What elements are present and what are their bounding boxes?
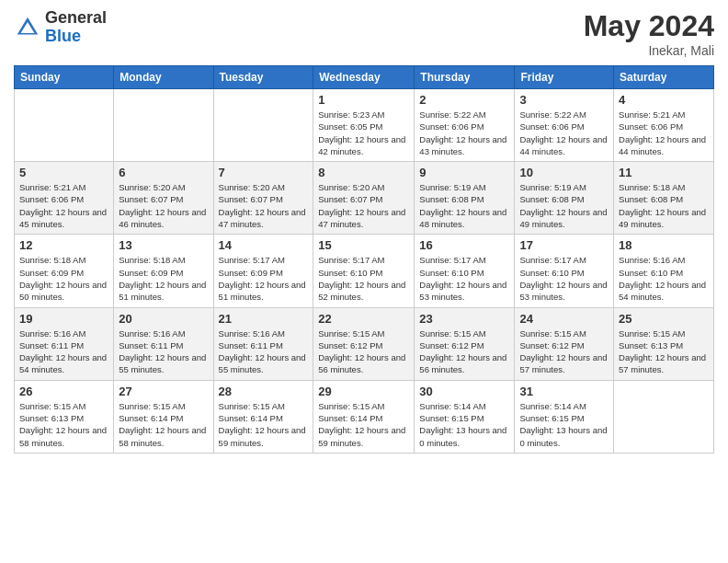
day-number: 9 <box>419 166 509 179</box>
day-info: Sunrise: 5:21 AM Sunset: 6:06 PM Dayligh… <box>19 181 108 230</box>
title-area: May 2024 Inekar, Mali <box>584 9 714 58</box>
day-info: Sunrise: 5:21 AM Sunset: 6:06 PM Dayligh… <box>619 109 709 157</box>
day-info: Sunrise: 5:15 AM Sunset: 6:13 PM Dayligh… <box>619 327 709 376</box>
day-cell: 4Sunrise: 5:21 AM Sunset: 6:06 PM Daylig… <box>614 89 714 162</box>
day-cell: 1Sunrise: 5:23 AM Sunset: 6:05 PM Daylig… <box>313 89 415 162</box>
day-number: 1 <box>318 93 409 107</box>
day-cell: 17Sunrise: 5:17 AM Sunset: 6:10 PM Dayli… <box>515 235 614 307</box>
column-header-sunday: Sunday <box>15 66 114 89</box>
day-number: 23 <box>419 312 509 326</box>
day-info: Sunrise: 5:20 AM Sunset: 6:07 PM Dayligh… <box>219 181 309 230</box>
day-info: Sunrise: 5:22 AM Sunset: 6:06 PM Dayligh… <box>519 109 609 157</box>
day-cell: 12Sunrise: 5:18 AM Sunset: 6:09 PM Dayli… <box>15 235 114 307</box>
day-info: Sunrise: 5:17 AM Sunset: 6:09 PM Dayligh… <box>219 254 309 303</box>
day-cell: 22Sunrise: 5:15 AM Sunset: 6:12 PM Dayli… <box>313 307 415 380</box>
day-cell: 14Sunrise: 5:17 AM Sunset: 6:09 PM Dayli… <box>213 235 313 307</box>
logo-blue: Blue <box>45 28 107 46</box>
day-cell: 27Sunrise: 5:15 AM Sunset: 6:14 PM Dayli… <box>114 380 213 453</box>
day-number: 19 <box>19 312 108 326</box>
day-number: 24 <box>519 312 609 326</box>
day-cell: 16Sunrise: 5:17 AM Sunset: 6:10 PM Dayli… <box>415 235 515 307</box>
day-cell: 30Sunrise: 5:14 AM Sunset: 6:15 PM Dayli… <box>415 380 515 453</box>
calendar-table: SundayMondayTuesdayWednesdayThursdayFrid… <box>14 65 714 454</box>
day-number: 10 <box>519 166 609 179</box>
day-cell: 29Sunrise: 5:15 AM Sunset: 6:14 PM Dayli… <box>313 380 415 453</box>
day-info: Sunrise: 5:18 AM Sunset: 6:09 PM Dayligh… <box>19 254 108 303</box>
day-cell: 23Sunrise: 5:15 AM Sunset: 6:12 PM Dayli… <box>415 307 515 380</box>
day-info: Sunrise: 5:14 AM Sunset: 6:15 PM Dayligh… <box>419 400 509 449</box>
day-cell <box>15 89 114 162</box>
day-number: 4 <box>619 93 709 107</box>
day-number: 22 <box>318 312 409 326</box>
day-cell: 8Sunrise: 5:20 AM Sunset: 6:07 PM Daylig… <box>313 162 415 235</box>
day-number: 18 <box>619 238 709 252</box>
day-number: 16 <box>419 238 509 252</box>
day-cell <box>114 89 213 162</box>
day-number: 14 <box>219 238 309 252</box>
day-number: 5 <box>19 166 108 179</box>
logo-general: General <box>45 9 107 28</box>
day-info: Sunrise: 5:15 AM Sunset: 6:14 PM Dayligh… <box>119 400 208 449</box>
column-header-monday: Monday <box>114 66 213 89</box>
week-row-2: 5Sunrise: 5:21 AM Sunset: 6:06 PM Daylig… <box>15 162 714 235</box>
day-number: 21 <box>219 312 309 326</box>
day-cell: 18Sunrise: 5:16 AM Sunset: 6:10 PM Dayli… <box>614 235 714 307</box>
column-header-tuesday: Tuesday <box>213 66 313 89</box>
week-row-4: 19Sunrise: 5:16 AM Sunset: 6:11 PM Dayli… <box>15 307 714 380</box>
day-cell: 28Sunrise: 5:15 AM Sunset: 6:14 PM Dayli… <box>213 380 313 453</box>
day-cell: 31Sunrise: 5:14 AM Sunset: 6:15 PM Dayli… <box>515 380 614 453</box>
day-number: 15 <box>318 238 409 252</box>
day-number: 17 <box>519 238 609 252</box>
day-cell: 3Sunrise: 5:22 AM Sunset: 6:06 PM Daylig… <box>515 89 614 162</box>
day-number: 30 <box>419 385 509 398</box>
day-number: 8 <box>318 166 409 179</box>
week-row-1: 1Sunrise: 5:23 AM Sunset: 6:05 PM Daylig… <box>15 89 714 162</box>
day-info: Sunrise: 5:15 AM Sunset: 6:13 PM Dayligh… <box>19 400 108 449</box>
day-cell: 7Sunrise: 5:20 AM Sunset: 6:07 PM Daylig… <box>213 162 313 235</box>
column-header-friday: Friday <box>515 66 614 89</box>
column-header-thursday: Thursday <box>415 66 515 89</box>
logo-icon <box>14 14 41 41</box>
column-header-wednesday: Wednesday <box>313 66 415 89</box>
week-row-3: 12Sunrise: 5:18 AM Sunset: 6:09 PM Dayli… <box>15 235 714 307</box>
day-cell <box>213 89 313 162</box>
day-info: Sunrise: 5:23 AM Sunset: 6:05 PM Dayligh… <box>318 109 409 157</box>
day-number: 31 <box>519 385 609 398</box>
day-number: 28 <box>219 385 309 398</box>
day-cell: 26Sunrise: 5:15 AM Sunset: 6:13 PM Dayli… <box>15 380 114 453</box>
day-info: Sunrise: 5:15 AM Sunset: 6:14 PM Dayligh… <box>219 400 309 449</box>
day-number: 11 <box>619 166 709 179</box>
day-number: 29 <box>318 385 409 398</box>
day-info: Sunrise: 5:20 AM Sunset: 6:07 PM Dayligh… <box>318 181 409 230</box>
day-info: Sunrise: 5:16 AM Sunset: 6:10 PM Dayligh… <box>619 254 709 303</box>
day-info: Sunrise: 5:19 AM Sunset: 6:08 PM Dayligh… <box>519 181 609 230</box>
day-cell: 5Sunrise: 5:21 AM Sunset: 6:06 PM Daylig… <box>15 162 114 235</box>
logo: General Blue <box>14 9 107 46</box>
day-number: 2 <box>419 93 509 107</box>
day-info: Sunrise: 5:15 AM Sunset: 6:14 PM Dayligh… <box>318 400 409 449</box>
day-number: 27 <box>119 385 208 398</box>
location: Inekar, Mali <box>584 43 714 58</box>
month-title: May 2024 <box>584 9 714 43</box>
day-cell: 10Sunrise: 5:19 AM Sunset: 6:08 PM Dayli… <box>515 162 614 235</box>
column-header-saturday: Saturday <box>614 66 714 89</box>
day-info: Sunrise: 5:16 AM Sunset: 6:11 PM Dayligh… <box>19 327 108 376</box>
page-header: General Blue May 2024 Inekar, Mali <box>14 9 714 58</box>
day-cell <box>614 380 714 453</box>
header-row: SundayMondayTuesdayWednesdayThursdayFrid… <box>15 66 714 89</box>
day-number: 26 <box>19 385 108 398</box>
day-info: Sunrise: 5:15 AM Sunset: 6:12 PM Dayligh… <box>419 327 509 376</box>
logo-text: General Blue <box>45 9 107 46</box>
day-number: 6 <box>119 166 208 179</box>
day-info: Sunrise: 5:17 AM Sunset: 6:10 PM Dayligh… <box>318 254 409 303</box>
day-cell: 9Sunrise: 5:19 AM Sunset: 6:08 PM Daylig… <box>415 162 515 235</box>
day-number: 13 <box>119 238 208 252</box>
day-cell: 24Sunrise: 5:15 AM Sunset: 6:12 PM Dayli… <box>515 307 614 380</box>
day-cell: 20Sunrise: 5:16 AM Sunset: 6:11 PM Dayli… <box>114 307 213 380</box>
day-info: Sunrise: 5:17 AM Sunset: 6:10 PM Dayligh… <box>419 254 509 303</box>
day-number: 12 <box>19 238 108 252</box>
day-cell: 11Sunrise: 5:18 AM Sunset: 6:08 PM Dayli… <box>614 162 714 235</box>
day-cell: 21Sunrise: 5:16 AM Sunset: 6:11 PM Dayli… <box>213 307 313 380</box>
week-row-5: 26Sunrise: 5:15 AM Sunset: 6:13 PM Dayli… <box>15 380 714 453</box>
day-info: Sunrise: 5:16 AM Sunset: 6:11 PM Dayligh… <box>219 327 309 376</box>
